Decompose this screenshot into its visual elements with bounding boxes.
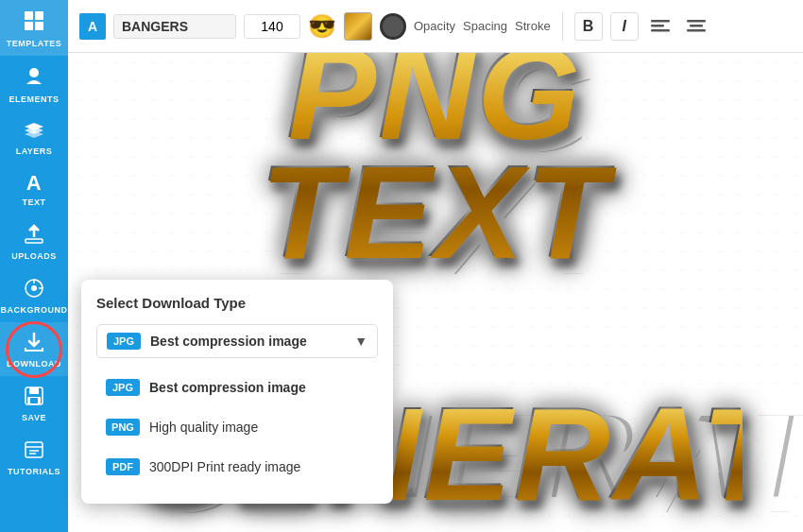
align-center-button[interactable] [682,12,710,41]
tutorials-icon [24,439,44,463]
save-icon [24,386,44,409]
download-option-jpg[interactable]: JPG Best compression image [96,369,378,405]
stroke-label[interactable]: Stroke [515,19,551,33]
spacing-label[interactable]: Spacing [463,19,507,33]
sidebar-item-tutorials[interactable]: TUTORIALS [0,430,68,484]
download-popup: Select Download Type JPG Best compressio… [81,280,393,504]
download-format-select[interactable]: JPG Best compression image ▼ [96,324,378,358]
sidebar-item-background[interactable]: BACKGROUND [0,268,68,322]
text-icon: A [26,173,42,194]
svg-rect-14 [26,442,43,457]
sidebar-label-save: SAVE [22,413,46,422]
popup-title: Select Download Type [96,295,378,311]
toolbar: A 😎 Opacity Spacing Stroke B I [68,0,803,53]
sidebar-label-tutorials: TUTORIALS [8,467,60,476]
font-type-icon: A [79,13,106,40]
sidebar-label-templates: TEMPLATES [7,39,61,48]
background-icon [24,278,44,301]
sidebar-item-text[interactable]: A TEXT [0,163,68,215]
sidebar-label-download: DOWNLOAD [7,359,61,369]
sidebar-item-layers[interactable]: LAYERS [0,112,68,163]
svg-rect-18 [651,20,670,23]
sidebar: TEMPLATES ELEMENTS LAYERS A TEXT [0,0,68,532]
sidebar-label-uploads: UPLOADS [11,251,57,261]
svg-rect-1 [35,11,43,20]
download-icon [24,332,44,355]
sidebar-item-uploads[interactable]: UPLOADS [0,215,68,268]
opacity-label[interactable]: Opacity [414,19,455,33]
templates-icon [23,9,45,35]
svg-rect-23 [687,29,706,32]
svg-rect-20 [651,29,670,32]
elements-icon [23,65,45,91]
svg-rect-21 [687,20,706,23]
layers-icon [23,121,45,143]
png-badge: PNG [106,419,140,436]
svg-rect-0 [25,11,33,20]
font-size-input[interactable] [244,14,300,39]
italic-button[interactable]: I [610,12,639,41]
sidebar-label-elements: ELEMENTS [9,94,59,104]
svg-rect-11 [29,387,39,394]
canvas-text-line1: PNG TEXT [128,53,743,272]
bold-button[interactable]: B [574,12,603,41]
svg-rect-2 [25,22,33,30]
svg-rect-22 [690,25,703,27]
emoji-button[interactable]: 😎 [308,15,336,38]
svg-rect-19 [651,25,664,27]
pdf-label: 300DPI Print ready image [149,459,368,474]
png-label: High quality image [149,420,368,435]
svg-point-4 [29,68,39,77]
svg-rect-5 [26,239,43,243]
sidebar-label-text: TEXT [22,197,45,207]
sidebar-item-save[interactable]: SAVE [0,376,68,430]
align-left-button[interactable] [646,12,675,41]
selected-format-label: Best compression image [150,334,345,349]
jpg-badge: JPG [106,379,140,396]
uploads-icon [24,224,44,248]
download-option-pdf[interactable]: PDF 300DPI Print ready image [96,449,378,485]
sidebar-label-background: BACKGROUND [1,305,68,315]
stroke-circle[interactable] [380,13,406,40]
pdf-badge: PDF [106,458,140,475]
selected-format-badge: JPG [107,333,141,350]
svg-rect-13 [30,398,38,403]
svg-point-7 [31,285,37,291]
sidebar-item-elements[interactable]: ELEMENTS [0,56,68,112]
toolbar-separator [562,12,563,41]
dropdown-arrow-icon: ▼ [354,334,367,349]
font-name-input[interactable] [113,14,236,39]
jpg-label: Best compression image [149,380,368,395]
svg-rect-3 [35,22,43,30]
sidebar-label-layers: LAYERS [16,146,53,156]
sidebar-item-templates[interactable]: TEMPLATES [0,0,68,56]
sidebar-item-download[interactable]: DOWNLOAD [0,322,68,376]
color-swatch[interactable] [344,12,372,41]
download-option-png[interactable]: PNG High quality image [96,409,378,445]
